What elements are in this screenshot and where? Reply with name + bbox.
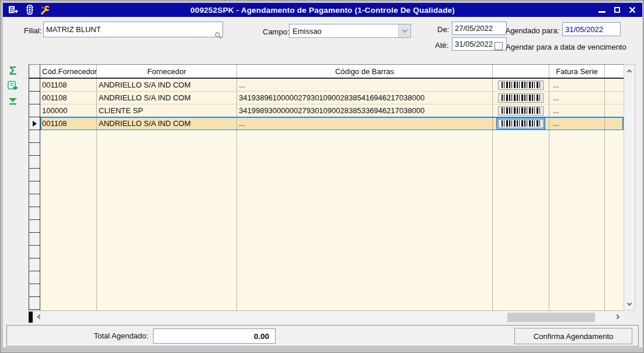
row-selector-cell[interactable] (29, 104, 40, 117)
chevron-down-icon[interactable] (398, 25, 410, 37)
close-button[interactable] (625, 3, 640, 17)
grid-left-edge-caret (29, 312, 33, 323)
codigo-barras-cell[interactable]: ... (237, 117, 493, 130)
scroll-left-icon[interactable] (34, 312, 43, 321)
header-fatura-serie: Fatura Serie (549, 65, 605, 78)
table-row[interactable]: 001108 ANDRIELLO S/A IND COM ... ... (29, 79, 624, 92)
header-extra-column (605, 65, 624, 78)
minimize-button[interactable] (594, 3, 610, 17)
fornecedor-cell[interactable]: ANDRIELLO S/A IND COM (97, 117, 237, 130)
barcode-image-cell[interactable] (493, 104, 549, 117)
barcode-image-cell[interactable] (493, 92, 549, 104)
barcode-button[interactable] (498, 106, 544, 116)
filial-label: Filial: (24, 26, 41, 35)
barcode-image-cell[interactable] (493, 79, 549, 92)
current-row-marker-icon (33, 121, 37, 127)
filial-input[interactable] (43, 22, 223, 37)
table-row[interactable]: 100000 CLIENTE SP 3419989300000027930109… (29, 104, 624, 117)
barcode-icon (502, 95, 540, 101)
header-row-selector (29, 65, 40, 78)
fornecedor-cell[interactable]: CLIENTE SP (97, 104, 237, 117)
ate-label: Até: (435, 41, 448, 50)
barcode-button[interactable] (498, 81, 544, 90)
fornecedor-cell[interactable]: ANDRIELLO S/A IND COM (97, 92, 237, 104)
barcode-button[interactable] (498, 119, 544, 128)
empty-row-selector-column (29, 130, 40, 310)
barcode-icon (502, 82, 540, 88)
empty-grid-body (40, 130, 624, 310)
barcode-button[interactable] (498, 93, 544, 103)
codigo-barras-cell[interactable]: 3419989300000027930109002838533694621703… (237, 104, 493, 117)
fornecedor-cell[interactable]: ANDRIELLO S/A IND COM (97, 79, 237, 92)
confirma-agendamento-button[interactable]: Confirma Agendamento (514, 328, 632, 344)
table-row[interactable]: 001108 ANDRIELLO S/A IND COM 34193896100… (29, 92, 624, 104)
header-barcode-image (493, 65, 549, 78)
barcode-image-cell-focused[interactable] (493, 117, 549, 130)
barcode-icon (502, 107, 540, 114)
extra-cell (605, 117, 624, 130)
row-selector-cell[interactable] (29, 79, 40, 92)
header-cod-fornecedor: Cód.Fornecedor (40, 65, 97, 78)
total-agendado-label: Total Agendado: (14, 331, 148, 340)
fatura-serie-cell[interactable]: ... (549, 92, 605, 104)
scroll-down-icon[interactable] (625, 299, 634, 309)
barcode-icon (502, 120, 540, 127)
cod-fornecedor-cell[interactable]: 001108 (40, 79, 97, 92)
vencimento-checkbox-label: Agendar para a data de vencimento (506, 43, 626, 51)
extra-cell (605, 79, 624, 92)
total-agendado-input[interactable] (153, 328, 276, 344)
cod-fornecedor-cell[interactable]: 001108 (40, 117, 97, 130)
grid-header-row: Cód.Fornecedor Fornecedor Código de Barr… (29, 64, 624, 79)
extra-cell (605, 104, 624, 117)
header-fornecedor: Fornecedor (97, 65, 237, 78)
cod-fornecedor-cell[interactable]: 001108 (40, 92, 97, 104)
vencimento-checkbox[interactable] (495, 42, 503, 50)
scroll-right-icon[interactable] (613, 312, 622, 321)
go-to-bottom-icon[interactable] (5, 94, 20, 108)
fatura-serie-cell[interactable]: ... (549, 79, 605, 92)
campo-label: Campo: (263, 27, 290, 36)
campo-select[interactable]: Emissao (289, 24, 411, 38)
app-window: 009252SPK - Agendamento de Pagamento (1-… (0, 0, 644, 353)
header-codigo-barras: Código de Barras (237, 65, 493, 78)
scroll-up-icon[interactable] (625, 66, 634, 75)
table-row-selected[interactable]: 001108 ANDRIELLO S/A IND COM ... ... (29, 117, 624, 130)
horizontal-scrollbar[interactable] (29, 310, 624, 323)
fatura-serie-cell[interactable]: ... (549, 104, 605, 117)
fatura-serie-cell[interactable]: ... (549, 117, 605, 130)
maximize-button[interactable] (610, 3, 625, 17)
de-label: De: (437, 25, 449, 34)
grid-empty-area (29, 130, 624, 310)
copy-export-icon[interactable] (5, 79, 20, 93)
extra-cell (605, 92, 624, 104)
horizontal-scroll-thumb[interactable] (507, 313, 595, 322)
codigo-barras-cell[interactable]: 3419389610000027930109002838541694621703… (237, 92, 493, 104)
vertical-scrollbar[interactable] (624, 64, 635, 310)
codigo-barras-cell[interactable]: ... (237, 79, 493, 92)
sum-total-icon[interactable]: Σ (5, 64, 20, 78)
footer-panel: Total Agendado: Confirma Agendamento (6, 325, 639, 347)
campo-selected-value: Emissao (290, 27, 398, 36)
payments-grid: Cód.Fornecedor Fornecedor Código de Barr… (29, 64, 624, 310)
row-selector-cell[interactable] (29, 117, 40, 130)
window-title: 009252SPK - Agendamento de Pagamento (1-… (3, 6, 642, 15)
title-bar: 009252SPK - Agendamento de Pagamento (1-… (3, 3, 642, 17)
agendado-para-label: Agendado para: (495, 26, 559, 35)
agendado-para-date-input[interactable] (562, 22, 621, 36)
row-selector-cell[interactable] (29, 92, 40, 104)
cod-fornecedor-cell[interactable]: 100000 (40, 104, 97, 117)
